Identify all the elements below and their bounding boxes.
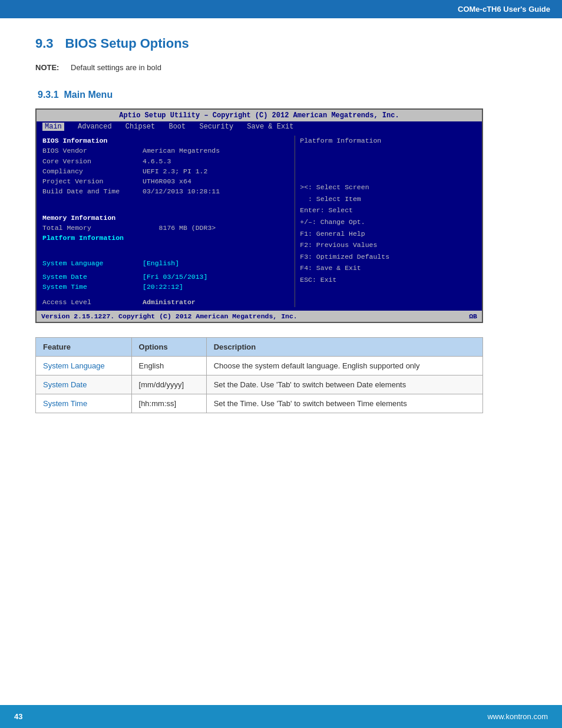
section-title-text: BIOS Setup Options <box>65 36 189 51</box>
table-cell-feature: System Time <box>36 394 132 413</box>
bios-lang-spacer <box>42 248 289 258</box>
bios-compliancy-row: CompliancyUEFI 2.3; PI 1.2 <box>42 166 289 176</box>
table-cell-feature: System Language <box>36 356 132 375</box>
table-cell-options: [hh:mm:ss] <box>131 394 206 413</box>
bios-system-time-row: System Time[20:22:12] <box>42 282 289 292</box>
header-bar: COMe-cTH6 User's Guide <box>0 0 562 18</box>
bios-menu-security[interactable]: Security <box>199 123 233 131</box>
subsection-title-text: Main Menu <box>64 90 113 100</box>
bios-info-label: BIOS Information <box>42 136 289 146</box>
bios-menu-chipset[interactable]: Chipset <box>125 123 155 131</box>
bios-system-date-row: System Date[Fri 03/15/2013] <box>42 272 289 282</box>
table-row: System Date[mm/dd/yyyy]Set the Date. Use… <box>36 375 483 394</box>
bios-title-bar: Aptio Setup Utility – Copyright (C) 2012… <box>37 110 482 121</box>
section-number: 9.3 <box>35 36 54 51</box>
section-title: 9.3BIOS Setup Options <box>35 36 527 51</box>
bios-footer-badge: ΩB <box>469 312 477 320</box>
bios-vendor-row: BIOS VendorAmerican Megatrends <box>42 146 289 156</box>
header-title: COMe-cTH6 User's Guide <box>458 5 550 14</box>
page-number: 43 <box>14 712 22 721</box>
table-header-feature: Feature <box>36 337 132 356</box>
bios-help-text: ><: Select Screen : Select Item Enter: S… <box>300 182 476 285</box>
table-cell-options: [mm/dd/yyyy] <box>131 375 206 394</box>
note-text: Default settings are in bold <box>71 63 161 72</box>
table-cell-feature: System Date <box>36 375 132 394</box>
bios-menu-main[interactable]: Main <box>42 123 64 131</box>
subsection-number: 9.3.1 <box>38 90 59 100</box>
bios-project-row: Project VersionUTH6R003 x64 <box>42 176 289 186</box>
bios-footer-text: Version 2.15.1227. Copyright (C) 2012 Am… <box>41 312 297 320</box>
note-row: NOTE: Default settings are in bold <box>35 63 527 72</box>
bios-platform-label: Platform Information <box>42 233 289 243</box>
bios-system-language-row: System Language[English] <box>42 258 289 268</box>
table-cell-description: Set the Time. Use 'Tab' to switch betwee… <box>206 394 482 413</box>
bios-build-row: Build Date and Time03/12/2013 10:28:11 <box>42 186 289 196</box>
table-cell-description: Choose the system default language. Engl… <box>206 356 482 375</box>
table-cell-options: English <box>131 356 206 375</box>
table-row: System LanguageEnglishChoose the system … <box>36 356 483 375</box>
bios-right-panel: Platform Information ><: Select Screen :… <box>295 136 476 307</box>
bios-menu-boot[interactable]: Boot <box>168 123 186 131</box>
table-header-description: Description <box>206 337 482 356</box>
options-table: Feature Options Description System Langu… <box>35 337 483 413</box>
subsection-title: 9.3.1 Main Menu <box>35 90 527 100</box>
bios-access-row: Access LevelAdministrator <box>42 297 289 307</box>
table-row: System Time[hh:mm:ss]Set the Time. Use '… <box>36 394 483 413</box>
bios-memory-label: Memory Information <box>42 213 289 223</box>
note-label: NOTE: <box>35 63 71 72</box>
bios-footer: Version 2.15.1227. Copyright (C) 2012 Am… <box>37 311 482 322</box>
bios-body: BIOS Information BIOS VendorAmerican Meg… <box>37 132 482 311</box>
bios-left-panel: BIOS Information BIOS VendorAmerican Meg… <box>42 136 289 307</box>
table-header-options: Options <box>131 337 206 356</box>
bios-menu-advanced[interactable]: Advanced <box>78 123 112 131</box>
bios-core-row: Core Version4.6.5.3 <box>42 156 289 166</box>
website: www.kontron.com <box>487 712 548 721</box>
table-cell-description: Set the Date. Use 'Tab' to switch betwee… <box>206 375 482 394</box>
bios-total-memory-row: Total Memory 8176 MB (DDR3> <box>42 223 289 233</box>
bios-menu-bar: Main Advanced Chipset Boot Security Save… <box>37 121 482 132</box>
bios-screen: Aptio Setup Utility – Copyright (C) 2012… <box>35 108 483 323</box>
bios-memory-spacer <box>42 203 289 213</box>
bios-menu-save-exit[interactable]: Save & Exit <box>247 123 293 131</box>
main-content: 9.3BIOS Setup Options NOTE: Default sett… <box>0 18 562 705</box>
page-footer: 43 www.kontron.com <box>0 705 562 728</box>
bios-platform-info-title: Platform Information <box>300 136 476 146</box>
